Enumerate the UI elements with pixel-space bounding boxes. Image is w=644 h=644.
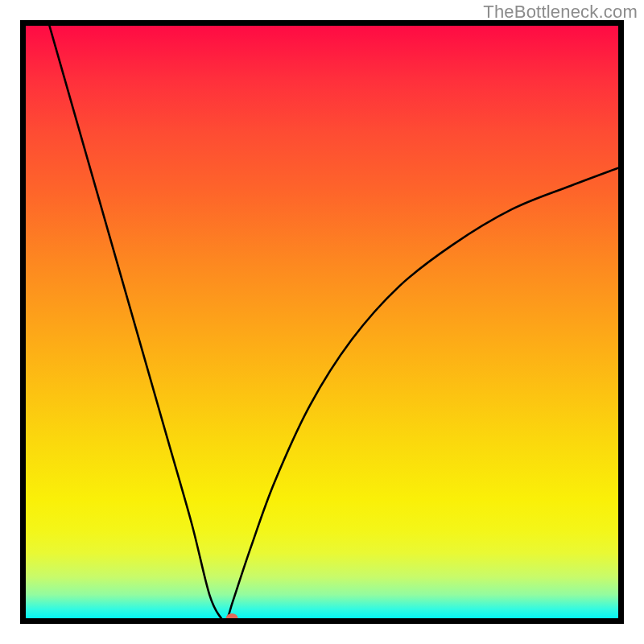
plot-area (26, 26, 618, 618)
curve-layer (26, 26, 618, 618)
bottleneck-curve (49, 26, 618, 618)
minimum-marker (226, 613, 238, 618)
chart-container: TheBottleneck.com (0, 0, 644, 644)
watermark-text: TheBottleneck.com (483, 2, 638, 23)
